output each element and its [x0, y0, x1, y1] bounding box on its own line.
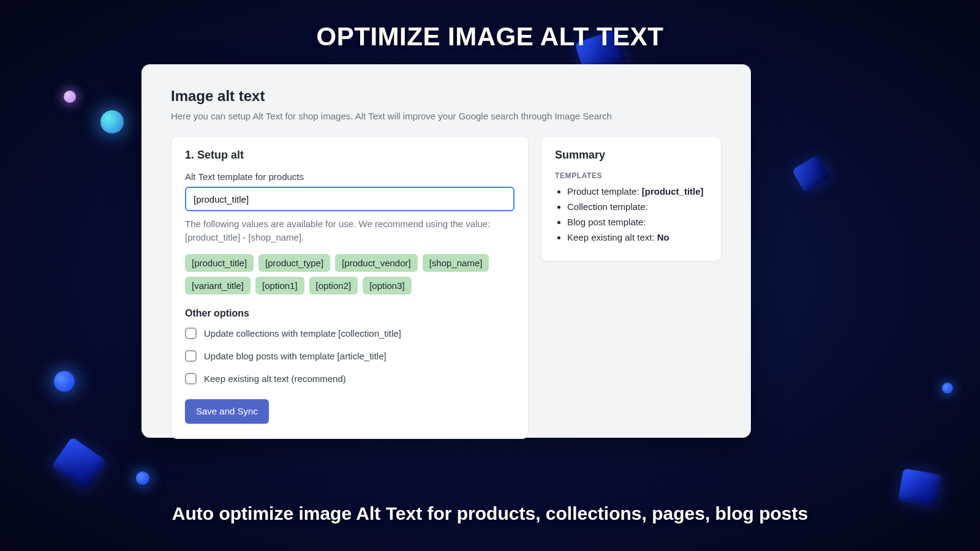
setup-panel: 1. Setup alt Alt Text template for produ… — [171, 136, 529, 439]
option-checkbox[interactable] — [185, 328, 197, 339]
option-label: Update blog posts with template [article… — [204, 351, 386, 361]
token-chip[interactable]: [option1] — [255, 277, 304, 294]
token-chip[interactable]: [shop_name] — [423, 254, 489, 272]
card-title: Image alt text — [171, 88, 722, 105]
summary-list: Product template: [product_title]Collect… — [555, 186, 707, 242]
page-hero-subtitle: Auto optimize image Alt Text for product… — [0, 503, 980, 524]
alt-template-help: The following values are available for u… — [185, 217, 514, 244]
option-row[interactable]: Update collections with template [collec… — [185, 328, 514, 339]
summary-item-prefix: Blog post template: — [567, 217, 646, 227]
decoration-orb — [54, 371, 75, 392]
option-label: Update collections with template [collec… — [204, 328, 401, 339]
option-label: Keep existing alt text (recommend) — [204, 373, 346, 384]
summary-item: Product template: [product_title] — [567, 186, 707, 197]
summary-heading: Summary — [555, 149, 707, 162]
decoration-cube — [791, 154, 831, 193]
summary-section-label: TEMPLATES — [555, 171, 707, 180]
decoration-orb — [100, 110, 124, 133]
summary-item-value: [product_title] — [642, 186, 704, 197]
decoration-orb — [942, 383, 953, 394]
decoration-orb — [64, 91, 76, 103]
option-row[interactable]: Keep existing alt text (recommend) — [185, 373, 514, 384]
other-options-heading: Other options — [185, 308, 514, 319]
page-hero-title: OPTIMIZE IMAGE ALT TEXT — [0, 22, 980, 51]
setup-heading: 1. Setup alt — [185, 149, 514, 162]
summary-panel: Summary TEMPLATES Product template: [pro… — [541, 136, 722, 261]
token-chip[interactable]: [option2] — [309, 277, 358, 294]
option-checkbox[interactable] — [185, 350, 197, 362]
decoration-cube — [51, 437, 107, 491]
summary-item: Keep existing alt text: No — [567, 232, 707, 242]
token-chip[interactable]: [product_title] — [185, 254, 254, 272]
summary-item: Collection template: — [567, 201, 707, 212]
alt-template-input[interactable] — [185, 187, 514, 211]
token-chip[interactable]: [option3] — [363, 277, 412, 294]
summary-item-prefix: Collection template: — [567, 201, 648, 212]
card-subtitle: Here you can setup Alt Text for shop ima… — [171, 111, 722, 121]
token-chip[interactable]: [variant_title] — [185, 277, 251, 294]
option-row[interactable]: Update blog posts with template [article… — [185, 350, 514, 362]
token-chip[interactable]: [product_vendor] — [335, 254, 418, 272]
summary-item-prefix: Keep existing alt text: — [567, 232, 657, 242]
summary-item: Blog post template: — [567, 217, 707, 227]
summary-item-prefix: Product template: — [567, 186, 642, 197]
token-chip-list: [product_title][product_type][product_ve… — [185, 254, 514, 294]
decoration-orb — [136, 471, 149, 485]
token-chip[interactable]: [product_type] — [258, 254, 330, 272]
option-checkbox[interactable] — [185, 373, 197, 384]
alt-template-label: Alt Text template for products — [185, 171, 514, 182]
summary-item-value: No — [657, 232, 669, 242]
decoration-cube — [898, 468, 942, 508]
settings-card: Image alt text Here you can setup Alt Te… — [141, 64, 751, 438]
save-and-sync-button[interactable]: Save and Sync — [185, 399, 269, 424]
